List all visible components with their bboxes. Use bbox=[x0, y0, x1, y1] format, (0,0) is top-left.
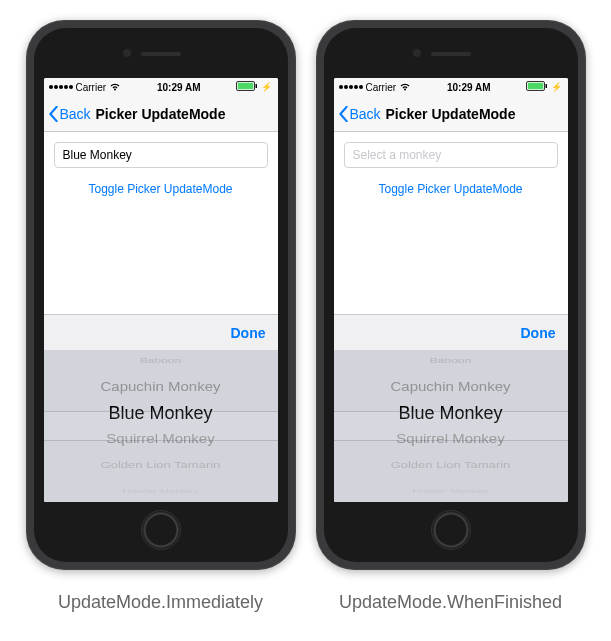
picker-item[interactable]: Squirrel Monkey bbox=[106, 428, 214, 450]
battery-icon bbox=[526, 81, 548, 93]
battery-icon bbox=[236, 81, 258, 93]
status-right: ⚡ bbox=[236, 81, 272, 93]
back-label: Back bbox=[60, 106, 91, 122]
back-label: Back bbox=[350, 106, 381, 122]
picker-item[interactable]: Golden Lion Tamarin bbox=[391, 456, 511, 474]
phone-speaker bbox=[141, 52, 181, 56]
picker-items: Baboon Capuchin Monkey Blue Monkey Squir… bbox=[44, 350, 278, 502]
svg-rect-2 bbox=[256, 84, 258, 88]
picker-panel: Done Baboon Capuchin Monkey Blue Monkey … bbox=[44, 314, 278, 502]
picker-items: Baboon Capuchin Monkey Blue Monkey Squir… bbox=[334, 350, 568, 502]
page-title: Picker UpdateMode bbox=[386, 106, 516, 122]
signal-icon bbox=[339, 85, 363, 89]
status-left: Carrier bbox=[49, 82, 122, 93]
picker-item[interactable]: Baboon bbox=[140, 353, 181, 369]
monkey-input[interactable]: Blue Monkey bbox=[54, 142, 268, 168]
monkey-picker[interactable]: Baboon Capuchin Monkey Blue Monkey Squir… bbox=[334, 350, 568, 502]
picker-item-selected[interactable]: Blue Monkey bbox=[108, 400, 212, 426]
status-left: Carrier bbox=[339, 82, 412, 93]
status-right: ⚡ bbox=[526, 81, 562, 93]
monkey-input[interactable]: Select a monkey bbox=[344, 142, 558, 168]
page-title: Picker UpdateMode bbox=[96, 106, 226, 122]
chevron-left-icon bbox=[48, 106, 59, 122]
picker-item[interactable]: Howler Monkey bbox=[123, 485, 199, 498]
screen-left: Carrier 10:29 AM ⚡ bbox=[44, 78, 278, 502]
svg-rect-1 bbox=[238, 83, 253, 89]
svg-rect-4 bbox=[528, 83, 543, 89]
home-button[interactable] bbox=[141, 510, 181, 550]
picker-panel: Done Baboon Capuchin Monkey Blue Monkey … bbox=[334, 314, 568, 502]
picker-toolbar: Done bbox=[334, 314, 568, 350]
home-button[interactable] bbox=[431, 510, 471, 550]
carrier-label: Carrier bbox=[76, 82, 107, 93]
nav-bar: Back Picker UpdateMode bbox=[334, 96, 568, 132]
phones-row: Carrier 10:29 AM ⚡ bbox=[26, 20, 586, 613]
picker-item[interactable]: Baboon bbox=[430, 353, 471, 369]
charging-icon: ⚡ bbox=[261, 82, 272, 92]
phone-right-col: Carrier 10:29 AM ⚡ bbox=[316, 20, 586, 613]
picker-item[interactable]: Golden Lion Tamarin bbox=[101, 456, 221, 474]
caption-right: UpdateMode.WhenFinished bbox=[339, 592, 562, 613]
status-bar: Carrier 10:29 AM ⚡ bbox=[44, 78, 278, 96]
status-time: 10:29 AM bbox=[157, 82, 201, 93]
done-button[interactable]: Done bbox=[521, 325, 556, 341]
screen-right: Carrier 10:29 AM ⚡ bbox=[334, 78, 568, 502]
status-bar: Carrier 10:29 AM ⚡ bbox=[334, 78, 568, 96]
toggle-update-mode-button[interactable]: Toggle Picker UpdateMode bbox=[378, 182, 522, 196]
phone-frame-left: Carrier 10:29 AM ⚡ bbox=[26, 20, 296, 570]
nav-bar: Back Picker UpdateMode bbox=[44, 96, 278, 132]
carrier-label: Carrier bbox=[366, 82, 397, 93]
picker-toolbar: Done bbox=[44, 314, 278, 350]
phone-inner-left: Carrier 10:29 AM ⚡ bbox=[34, 28, 288, 562]
wifi-icon bbox=[399, 82, 411, 93]
signal-icon bbox=[49, 85, 73, 89]
phone-frame-right: Carrier 10:29 AM ⚡ bbox=[316, 20, 586, 570]
caption-left: UpdateMode.Immediately bbox=[58, 592, 263, 613]
wifi-icon bbox=[109, 82, 121, 93]
picker-item[interactable]: Capuchin Monkey bbox=[100, 376, 220, 398]
chevron-left-icon bbox=[338, 106, 349, 122]
svg-rect-5 bbox=[546, 84, 548, 88]
charging-icon: ⚡ bbox=[551, 82, 562, 92]
phone-camera bbox=[413, 49, 421, 57]
toggle-update-mode-button[interactable]: Toggle Picker UpdateMode bbox=[88, 182, 232, 196]
picker-item[interactable]: Capuchin Monkey bbox=[390, 376, 510, 398]
phone-camera bbox=[123, 49, 131, 57]
picker-item-selected[interactable]: Blue Monkey bbox=[398, 400, 502, 426]
picker-item[interactable]: Howler Monkey bbox=[413, 485, 489, 498]
back-button[interactable]: Back bbox=[48, 106, 91, 122]
phone-speaker bbox=[431, 52, 471, 56]
phone-left-col: Carrier 10:29 AM ⚡ bbox=[26, 20, 296, 613]
back-button[interactable]: Back bbox=[338, 106, 381, 122]
status-time: 10:29 AM bbox=[447, 82, 491, 93]
picker-item[interactable]: Squirrel Monkey bbox=[396, 428, 504, 450]
monkey-picker[interactable]: Baboon Capuchin Monkey Blue Monkey Squir… bbox=[44, 350, 278, 502]
done-button[interactable]: Done bbox=[231, 325, 266, 341]
phone-inner-right: Carrier 10:29 AM ⚡ bbox=[324, 28, 578, 562]
